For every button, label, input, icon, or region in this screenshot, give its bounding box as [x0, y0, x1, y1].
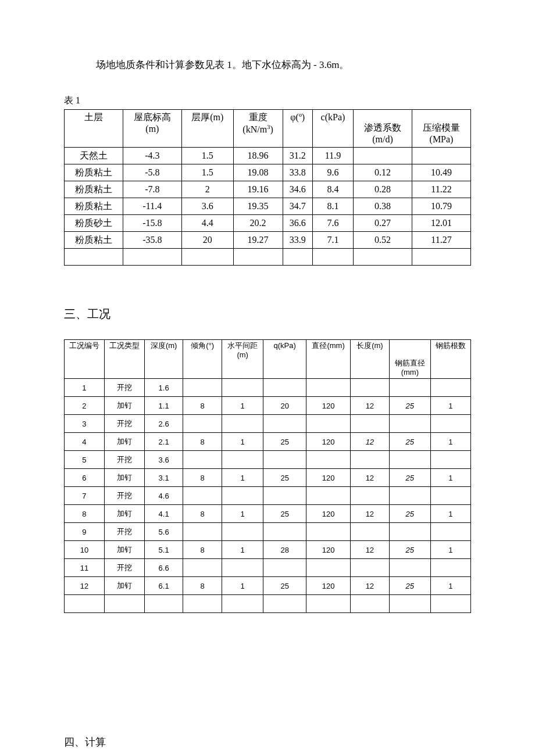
cell: [412, 148, 470, 164]
cell: [389, 523, 430, 541]
cell: [389, 379, 430, 397]
table-row: 5开挖3.6: [65, 451, 471, 469]
cell: 120: [306, 433, 351, 451]
cell: [430, 451, 470, 469]
cell: 8: [183, 433, 222, 451]
cell: -4.3: [123, 148, 181, 164]
table-row: 9开挖5.6: [65, 523, 471, 541]
cell: 3.6: [144, 451, 183, 469]
cell: [183, 595, 222, 613]
cell: 0.38: [354, 198, 412, 215]
cell: 1: [222, 433, 263, 451]
cell: [351, 451, 390, 469]
cell: 33.9: [283, 232, 312, 249]
cell: 8: [183, 505, 222, 523]
cell: [233, 249, 283, 266]
cell: 25: [263, 433, 306, 451]
cell: 12: [351, 469, 390, 487]
cell: 33.8: [283, 164, 312, 181]
cell: 19.16: [233, 181, 283, 198]
table-row: 12加钉6.1812512012251: [65, 577, 471, 595]
cell: [351, 379, 390, 397]
cell: [306, 523, 351, 541]
cell: 0.27: [354, 215, 412, 232]
t1-h0: 土层: [65, 110, 123, 148]
cell: 10.79: [412, 198, 470, 215]
cell: 8: [65, 505, 105, 523]
cell: [430, 559, 470, 577]
table-row: [65, 249, 471, 266]
cell: [430, 523, 470, 541]
table1: 土层 屋底标高(m) 层厚(m) 重度(kN/m3) φ(º) c(kPa) 渗…: [64, 109, 471, 266]
cell: 12: [351, 433, 390, 451]
cell: 20: [263, 397, 306, 415]
cell: [351, 595, 390, 613]
cell: 5.6: [144, 523, 183, 541]
cell: [263, 379, 306, 397]
cell: -35.8: [123, 232, 181, 249]
cell: 7.1: [312, 232, 353, 249]
cell: [389, 451, 430, 469]
cell: 9: [65, 523, 105, 541]
cell: [306, 487, 351, 505]
cell: [306, 415, 351, 433]
cell: [65, 595, 105, 613]
table-row: 8加钉4.1812512012251: [65, 505, 471, 523]
cell: 加钉: [104, 433, 144, 451]
cell: 12: [351, 505, 390, 523]
cell: 34.6: [283, 181, 312, 198]
cell: 25: [263, 577, 306, 595]
t1-h2: 层厚(m): [181, 110, 233, 148]
cell: [222, 559, 263, 577]
cell: 18.96: [233, 148, 283, 164]
t2-h4: 水平间距(m): [222, 340, 263, 379]
cell: 20: [181, 232, 233, 249]
cell: 0.28: [354, 181, 412, 198]
t1-h1: 屋底标高(m): [123, 110, 181, 148]
cell: 11: [65, 559, 105, 577]
cell: [65, 249, 123, 266]
cell: [183, 559, 222, 577]
cell: -15.8: [123, 215, 181, 232]
cell: 2: [181, 181, 233, 198]
cell: [181, 249, 233, 266]
cell: [351, 415, 390, 433]
section-3-heading: 三、工况: [64, 306, 471, 322]
section-4-heading: 四、计算: [64, 735, 471, 749]
table-row: 1开挖1.6: [65, 379, 471, 397]
cell: 11.22: [412, 181, 470, 198]
cell: 8.1: [312, 198, 353, 215]
cell: 开挖: [104, 451, 144, 469]
table-row: 10加钉5.1812812012251: [65, 541, 471, 559]
cell: [354, 249, 412, 266]
cell: 粉质粘土: [65, 181, 123, 198]
table-row: 粉质砂土-15.84.420.236.67.60.2712.01: [65, 215, 471, 232]
table-row: 3开挖2.6: [65, 415, 471, 433]
cell: 5: [65, 451, 105, 469]
t1-h7: 压缩模量(MPa): [412, 110, 470, 148]
t1-h3: 重度(kN/m3): [233, 110, 283, 148]
table-row: 4加钉2.1812512012251: [65, 433, 471, 451]
cell: 1: [430, 541, 470, 559]
cell: [183, 379, 222, 397]
cell: [389, 595, 430, 613]
cell: 6.6: [144, 559, 183, 577]
cell: 12.01: [412, 215, 470, 232]
cell: 1: [430, 577, 470, 595]
cell: [312, 249, 353, 266]
cell: [183, 451, 222, 469]
cell: [263, 523, 306, 541]
cell: 6: [65, 469, 105, 487]
cell: [351, 487, 390, 505]
table-row: 粉质粘土-35.82019.2733.97.10.5211.27: [65, 232, 471, 249]
cell: [222, 487, 263, 505]
cell: [351, 523, 390, 541]
cell: 6.1: [144, 577, 183, 595]
cell: 3.1: [144, 469, 183, 487]
cell: 1: [222, 397, 263, 415]
cell: 11.27: [412, 232, 470, 249]
cell: 加钉: [104, 397, 144, 415]
cell: 25: [389, 397, 430, 415]
cell: 1: [430, 469, 470, 487]
cell: 28: [263, 541, 306, 559]
